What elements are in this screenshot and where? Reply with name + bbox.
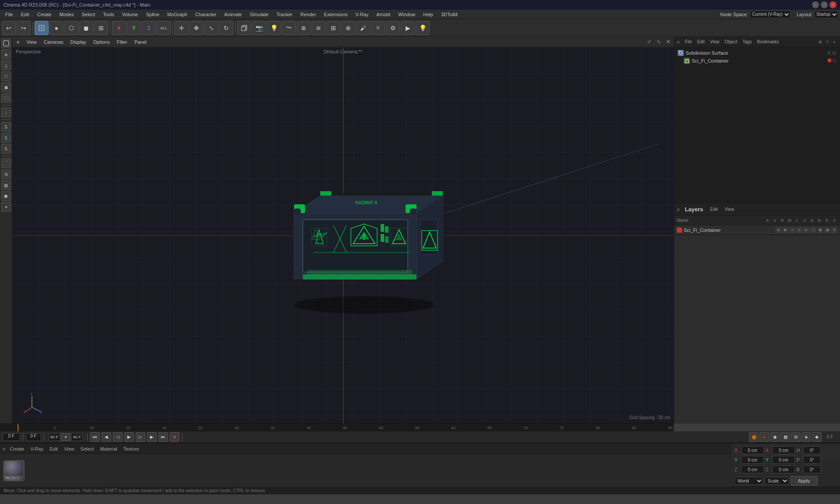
layer-icon-solo[interactable]: ● — [775, 227, 781, 233]
menu-render[interactable]: Render — [297, 11, 320, 18]
edges-mode-button[interactable]: ⬡ — [64, 21, 78, 35]
layer-icon-x[interactable]: ✦ — [831, 227, 837, 233]
filter-icon-3[interactable]: ≡ — [831, 39, 837, 45]
layout-select[interactable]: Startup — [814, 10, 838, 18]
coord-z-input[interactable] — [741, 466, 764, 473]
playback-mode-button[interactable]: ⊞ — [791, 432, 801, 442]
badge-dot[interactable]: ○ — [832, 51, 836, 55]
prev-frame-button[interactable]: ◀ — [102, 432, 111, 442]
camera-button[interactable]: 📷 — [252, 21, 266, 35]
left-tool-s1[interactable]: S — [1, 122, 11, 132]
vp-menu-panel[interactable]: Panel — [132, 38, 149, 46]
select-tool-button[interactable]: ✛ — [175, 21, 189, 35]
vp-menu-options[interactable]: Options — [91, 38, 112, 46]
menu-create[interactable]: Create — [34, 11, 55, 18]
menu-extensions[interactable]: Extensions — [321, 11, 351, 18]
tree-item-subdiv[interactable]: Subdivision Surface ✓ ○ — [676, 49, 838, 57]
go-end-button[interactable]: ⏭ — [158, 432, 168, 442]
vp-icon-2[interactable]: ⤡ — [654, 38, 662, 46]
viewport-canvas[interactable]: Perspective Default Camera:** — [12, 47, 674, 424]
render-settings-button[interactable]: ⚙ — [386, 21, 400, 35]
coord-p-input[interactable] — [803, 456, 821, 464]
cloner-button[interactable]: ⊕ — [341, 21, 355, 35]
menu-edit[interactable]: Edit — [18, 11, 33, 18]
move-tool-button[interactable]: ✥ — [189, 21, 203, 35]
left-tool-4[interactable]: ⬡ — [1, 71, 11, 81]
menu-tools[interactable]: Tools — [99, 11, 118, 18]
vp-icon-1[interactable]: ⤢ — [645, 38, 653, 46]
render-button[interactable]: ▶ — [401, 21, 415, 35]
layer-icon-anim[interactable]: ▸ — [803, 227, 809, 233]
obj-menu-view[interactable]: View — [708, 38, 721, 45]
coord-y-input[interactable] — [741, 456, 764, 464]
menu-vray[interactable]: V-Ray — [352, 11, 372, 18]
points-mode-button[interactable]: ● — [49, 21, 63, 35]
model-mode-button[interactable] — [35, 21, 49, 35]
layer-icon-def[interactable]: ◆ — [817, 227, 823, 233]
redo-button[interactable]: ↪ — [17, 21, 31, 35]
lock-all-button[interactable]: ALL — [157, 21, 171, 35]
lock-y-button[interactable]: Y — [127, 21, 141, 35]
maximize-button[interactable]: □ — [821, 1, 828, 8]
spline-button[interactable]: 〜 — [282, 21, 296, 35]
layer-icon-gen[interactable]: ⬚ — [810, 227, 816, 233]
vp-menu-view[interactable]: ≡ — [14, 38, 22, 46]
lock-x-button[interactable]: X — [112, 21, 126, 35]
mat-menu-select[interactable]: Select — [79, 445, 96, 452]
badge-check[interactable]: ✓ — [827, 51, 831, 55]
apply-button[interactable]: Apply — [791, 476, 818, 486]
mat-menu-view[interactable]: View — [62, 445, 76, 452]
tree-item-container[interactable]: Sci_Fi_Container · — [676, 57, 838, 65]
obj-menu-bookmarks[interactable]: Bookmarks — [755, 38, 780, 45]
menu-spline[interactable]: Spline — [143, 11, 163, 18]
menu-select[interactable]: Select — [78, 11, 99, 18]
menu-simulate[interactable]: Simulate — [246, 11, 272, 18]
left-tool-7[interactable]: ↕ — [1, 108, 11, 117]
menu-arnold[interactable]: Arnold — [373, 11, 394, 18]
menu-modes[interactable]: Modes — [56, 11, 77, 18]
left-tool-curve[interactable]: ⌒ — [1, 158, 11, 168]
left-tool-3[interactable]: △ — [1, 60, 11, 70]
right-frame-input[interactable]: 90 F — [71, 433, 83, 441]
current-frame-input[interactable]: 0 F — [3, 433, 20, 441]
prev-key-button[interactable]: ◁ — [113, 432, 122, 442]
undo-button[interactable]: ↩ — [2, 21, 16, 35]
left-tool-s2[interactable]: S — [1, 133, 11, 143]
menu-file[interactable]: File — [2, 11, 17, 18]
filter-icon-2[interactable]: ▽ — [824, 39, 830, 45]
vp-icon-3[interactable]: ✕ — [664, 38, 672, 46]
motion-button[interactable]: ◉ — [770, 432, 780, 442]
left-tool-light[interactable]: ✦ — [1, 202, 11, 212]
scale-tool-button[interactable]: ⤡ — [204, 21, 218, 35]
mat-menu-edit[interactable]: Edit — [48, 445, 60, 452]
mat-menu-material[interactable]: Material — [98, 445, 119, 452]
close-button[interactable]: ✕ — [830, 1, 836, 8]
left-tool-1[interactable] — [1, 38, 11, 48]
obj-menu-file[interactable]: File — [683, 38, 693, 45]
coord-b-input[interactable] — [803, 466, 821, 473]
knife-button[interactable]: ⌗ — [371, 21, 385, 35]
minimize-button[interactable]: ─ — [812, 1, 819, 8]
coord-h-input[interactable] — [803, 446, 821, 454]
mat-menu-vray[interactable]: V-Ray — [28, 445, 45, 452]
mat-menu-texture[interactable]: Texture — [122, 445, 141, 452]
layer-icon-exp[interactable]: ◉ — [824, 227, 830, 233]
deform-button[interactable]: ≋ — [312, 21, 326, 35]
timeline-button[interactable]: ▦ — [780, 432, 790, 442]
play-button[interactable]: ▶ — [124, 432, 134, 442]
layer-icon-visible[interactable]: ■ — [782, 227, 788, 233]
vp-menu-display[interactable]: Display — [68, 38, 89, 46]
next-frame-button[interactable]: ▶ — [147, 432, 157, 442]
left-tool-sculpt[interactable]: ⬟ — [1, 191, 11, 201]
coord-x-input[interactable] — [741, 446, 764, 454]
filter-icon-1[interactable]: ⊞ — [817, 39, 823, 45]
layers-menu-edit[interactable]: Edit — [708, 206, 719, 213]
coord-system-select[interactable]: World Local Object — [735, 477, 763, 485]
menu-3dtoall[interactable]: 3DToAll — [438, 11, 461, 18]
end-frame-input[interactable]: 90 F — [49, 433, 60, 441]
menu-mograph[interactable]: MoGraph — [164, 11, 191, 18]
layers-menu-icon[interactable]: ≡ — [677, 207, 679, 212]
material-thumb-1[interactable]: Sci_Fi_C... — [4, 460, 24, 481]
lock-z-button[interactable]: Z — [142, 21, 156, 35]
sync-button[interactable]: ◆ — [812, 432, 822, 442]
